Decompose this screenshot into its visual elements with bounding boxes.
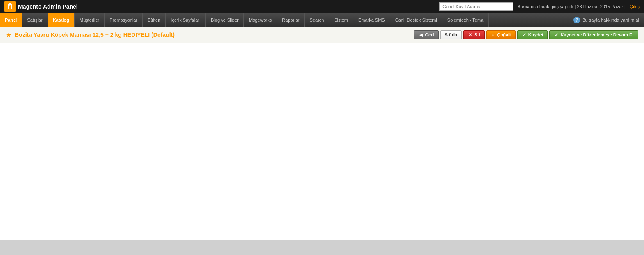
duplicate-button[interactable]: + Çoğalt	[486, 30, 516, 39]
reset-label: Sıfırla	[445, 32, 457, 37]
save-continue-button[interactable]: ✓ Kaydet ve Düzenlemeye Devam Et	[549, 30, 638, 39]
nav-item-canli[interactable]: Canlı Destek Sistemi	[390, 13, 442, 27]
help-label: Bu sayfa hakkında yardım al	[582, 18, 639, 23]
nav-item-icerik[interactable]: İçerik Sayfaları	[166, 13, 206, 27]
duplicate-label: Çoğalt	[497, 32, 511, 37]
back-label: Geri	[425, 32, 434, 37]
help-icon: ?	[573, 17, 580, 23]
duplicate-icon: +	[491, 32, 496, 37]
save-button[interactable]: ✓ Kaydet	[517, 30, 548, 39]
user-info: Barbaros olarak giriş yapıldı | 28 Hazir…	[517, 4, 626, 9]
svg-rect-0	[4, 1, 16, 12]
reset-button[interactable]: Sıfırla	[440, 30, 462, 39]
nav-item-sistem[interactable]: Sistem	[329, 13, 353, 27]
page-title: Bozita Yavru Köpek Maması 12,5 + 2 kg HE…	[15, 32, 175, 38]
top-right-area: Barbaros olarak giriş yapıldı | 28 Hazir…	[439, 2, 640, 11]
nav-item-promosyonlar[interactable]: Promosyonlar	[105, 13, 143, 27]
delete-button[interactable]: ✕ Sil	[463, 30, 484, 39]
back-icon: ◀	[419, 32, 423, 37]
logout-link[interactable]: Çıkış	[630, 4, 640, 9]
app-title: Magento Admin Panel	[18, 3, 78, 10]
nav-help-item[interactable]: ? Bu sayfa hakkında yardım al	[569, 13, 644, 27]
nav-item-search[interactable]: Search	[305, 13, 329, 27]
logo-area: Magento Admin Panel	[4, 1, 78, 12]
nav-item-mageworks[interactable]: Mageworks	[244, 13, 277, 27]
nav-bar: Panel Satışlar Katalog Müşteriler Promos…	[0, 13, 644, 27]
nav-item-katalog[interactable]: Katalog	[48, 13, 75, 27]
nav-item-emarka[interactable]: Emarka SMS	[353, 13, 390, 27]
nav-item-solemtech[interactable]: Solemtech - Tema	[442, 13, 489, 27]
nav-item-musteriler[interactable]: Müşteriler	[75, 13, 105, 27]
top-bar: Magento Admin Panel Barbaros olarak giri…	[0, 0, 644, 13]
save-label: Kaydet	[528, 32, 544, 37]
footer-area	[0, 240, 644, 255]
nav-item-satislar[interactable]: Satışlar	[22, 13, 48, 27]
page-title-icon: ★	[6, 31, 11, 39]
nav-item-panel[interactable]: Panel	[0, 13, 22, 27]
save-icon: ✓	[522, 32, 527, 37]
delete-label: Sil	[474, 32, 480, 37]
delete-icon: ✕	[468, 32, 473, 37]
content-header: ★ Bozita Yavru Köpek Maması 12,5 + 2 kg …	[0, 27, 644, 43]
save-continue-icon: ✓	[554, 32, 559, 37]
main-content	[0, 43, 644, 240]
magento-logo-icon	[4, 1, 16, 12]
nav-item-raporlar[interactable]: Raporlar	[277, 13, 305, 27]
nav-item-blog[interactable]: Blog ve Slider	[206, 13, 244, 27]
global-search-input[interactable]	[439, 2, 513, 11]
nav-item-bulten[interactable]: Bülten	[143, 13, 166, 27]
action-buttons: ◀ Geri Sıfırla ✕ Sil + Çoğalt ✓ Kaydet ✓…	[414, 30, 639, 39]
page-title-area: ★ Bozita Yavru Köpek Maması 12,5 + 2 kg …	[6, 31, 175, 39]
back-button[interactable]: ◀ Geri	[414, 30, 439, 39]
save-continue-label: Kaydet ve Düzenlemeye Devam Et	[560, 32, 634, 37]
